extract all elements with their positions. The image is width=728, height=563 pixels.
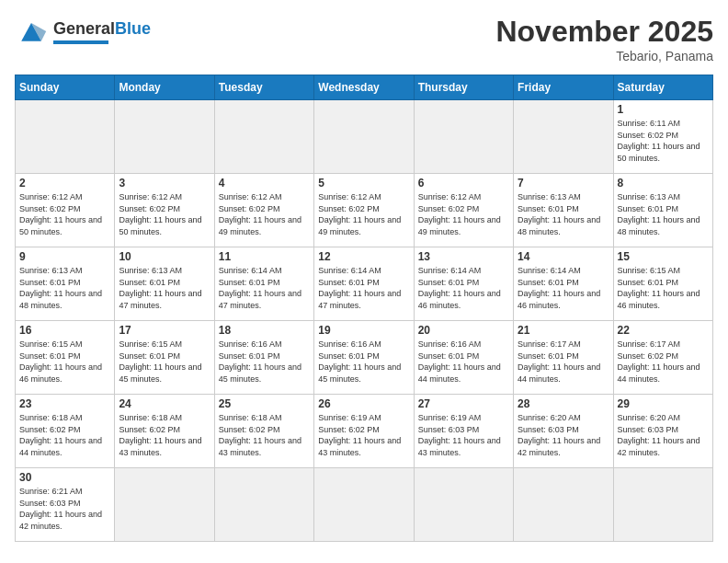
calendar-cell xyxy=(314,468,414,542)
day-number: 8 xyxy=(618,177,709,190)
calendar-cell: 13Sunrise: 6:14 AM Sunset: 6:01 PM Dayli… xyxy=(414,247,513,321)
day-info: Sunrise: 6:15 AM Sunset: 6:01 PM Dayligh… xyxy=(119,339,210,385)
logo: GeneralBlue xyxy=(15,15,151,48)
calendar-cell: 21Sunrise: 6:17 AM Sunset: 6:01 PM Dayli… xyxy=(514,321,613,395)
calendar-row-0: 1Sunrise: 6:11 AM Sunset: 6:02 PM Daylig… xyxy=(16,100,713,174)
calendar-cell xyxy=(115,468,214,542)
day-info: Sunrise: 6:18 AM Sunset: 6:02 PM Dayligh… xyxy=(119,412,210,458)
calendar-cell: 27Sunrise: 6:19 AM Sunset: 6:03 PM Dayli… xyxy=(414,395,513,468)
title-block: November 2025 Tebario, Panama xyxy=(495,15,713,63)
calendar-cell xyxy=(613,468,712,542)
logo-general: General xyxy=(53,19,115,38)
day-info: Sunrise: 6:17 AM Sunset: 6:02 PM Dayligh… xyxy=(618,339,709,385)
calendar-row-4: 23Sunrise: 6:18 AM Sunset: 6:02 PM Dayli… xyxy=(16,395,713,468)
logo-name: GeneralBlue xyxy=(53,19,151,39)
calendar-cell: 7Sunrise: 6:13 AM Sunset: 6:01 PM Daylig… xyxy=(514,174,613,247)
day-number: 12 xyxy=(318,250,409,263)
calendar-cell: 8Sunrise: 6:13 AM Sunset: 6:01 PM Daylig… xyxy=(613,174,712,247)
calendar-cell: 18Sunrise: 6:16 AM Sunset: 6:01 PM Dayli… xyxy=(214,321,313,395)
day-number: 2 xyxy=(19,177,110,190)
calendar-header-thursday: Thursday xyxy=(414,75,513,100)
month-title: November 2025 xyxy=(495,15,713,49)
day-number: 26 xyxy=(318,397,409,410)
calendar-cell xyxy=(214,468,313,542)
calendar-cell: 3Sunrise: 6:12 AM Sunset: 6:02 PM Daylig… xyxy=(115,174,214,247)
calendar-header-tuesday: Tuesday xyxy=(214,75,313,100)
calendar-cell: 5Sunrise: 6:12 AM Sunset: 6:02 PM Daylig… xyxy=(314,174,414,247)
day-info: Sunrise: 6:20 AM Sunset: 6:03 PM Dayligh… xyxy=(518,412,609,458)
calendar-cell xyxy=(514,468,613,542)
day-number: 18 xyxy=(219,324,310,337)
day-number: 29 xyxy=(618,397,709,410)
day-info: Sunrise: 6:12 AM Sunset: 6:02 PM Dayligh… xyxy=(19,191,110,237)
logo-underline xyxy=(53,40,108,44)
calendar-cell: 9Sunrise: 6:13 AM Sunset: 6:01 PM Daylig… xyxy=(16,247,115,321)
day-number: 19 xyxy=(318,324,409,337)
calendar-cell: 16Sunrise: 6:15 AM Sunset: 6:01 PM Dayli… xyxy=(16,321,115,395)
calendar-cell: 20Sunrise: 6:16 AM Sunset: 6:01 PM Dayli… xyxy=(414,321,513,395)
day-number: 13 xyxy=(418,250,509,263)
day-number: 22 xyxy=(618,324,709,337)
day-number: 9 xyxy=(19,250,110,263)
calendar-cell xyxy=(414,100,513,174)
calendar-cell: 23Sunrise: 6:18 AM Sunset: 6:02 PM Dayli… xyxy=(16,395,115,468)
day-info: Sunrise: 6:12 AM Sunset: 6:02 PM Dayligh… xyxy=(318,191,409,237)
calendar-cell: 28Sunrise: 6:20 AM Sunset: 6:03 PM Dayli… xyxy=(514,395,613,468)
day-number: 16 xyxy=(19,324,110,337)
day-number: 21 xyxy=(518,324,609,337)
day-info: Sunrise: 6:15 AM Sunset: 6:01 PM Dayligh… xyxy=(618,265,709,311)
calendar-cell xyxy=(314,100,414,174)
day-info: Sunrise: 6:12 AM Sunset: 6:02 PM Dayligh… xyxy=(418,191,509,237)
calendar-cell xyxy=(514,100,613,174)
day-info: Sunrise: 6:14 AM Sunset: 6:01 PM Dayligh… xyxy=(219,265,310,311)
day-info: Sunrise: 6:15 AM Sunset: 6:01 PM Dayligh… xyxy=(19,339,110,385)
day-number: 7 xyxy=(518,177,609,190)
calendar-cell: 12Sunrise: 6:14 AM Sunset: 6:01 PM Dayli… xyxy=(314,247,414,321)
day-info: Sunrise: 6:18 AM Sunset: 6:02 PM Dayligh… xyxy=(19,412,110,458)
day-info: Sunrise: 6:19 AM Sunset: 6:02 PM Dayligh… xyxy=(318,412,409,458)
day-number: 6 xyxy=(418,177,509,190)
day-info: Sunrise: 6:18 AM Sunset: 6:02 PM Dayligh… xyxy=(219,412,310,458)
day-number: 15 xyxy=(618,250,709,263)
calendar-row-2: 9Sunrise: 6:13 AM Sunset: 6:01 PM Daylig… xyxy=(16,247,713,321)
calendar-cell xyxy=(214,100,313,174)
calendar-cell: 2Sunrise: 6:12 AM Sunset: 6:02 PM Daylig… xyxy=(16,174,115,247)
calendar-cell: 11Sunrise: 6:14 AM Sunset: 6:01 PM Dayli… xyxy=(214,247,313,321)
day-info: Sunrise: 6:20 AM Sunset: 6:03 PM Dayligh… xyxy=(618,412,709,458)
day-info: Sunrise: 6:12 AM Sunset: 6:02 PM Dayligh… xyxy=(119,191,210,237)
day-number: 28 xyxy=(518,397,609,410)
calendar-header-wednesday: Wednesday xyxy=(314,75,414,100)
calendar-header-sunday: Sunday xyxy=(16,75,115,100)
day-info: Sunrise: 6:14 AM Sunset: 6:01 PM Dayligh… xyxy=(318,265,409,311)
calendar-cell: 25Sunrise: 6:18 AM Sunset: 6:02 PM Dayli… xyxy=(214,395,313,468)
day-info: Sunrise: 6:16 AM Sunset: 6:01 PM Dayligh… xyxy=(318,339,409,385)
day-number: 14 xyxy=(518,250,609,263)
calendar-cell: 10Sunrise: 6:13 AM Sunset: 6:01 PM Dayli… xyxy=(115,247,214,321)
calendar-cell: 30Sunrise: 6:21 AM Sunset: 6:03 PM Dayli… xyxy=(16,468,115,542)
day-number: 25 xyxy=(219,397,310,410)
calendar-cell: 19Sunrise: 6:16 AM Sunset: 6:01 PM Dayli… xyxy=(314,321,414,395)
logo-blue: Blue xyxy=(115,19,151,38)
calendar-cell xyxy=(414,468,513,542)
day-info: Sunrise: 6:12 AM Sunset: 6:02 PM Dayligh… xyxy=(219,191,310,237)
day-number: 4 xyxy=(219,177,310,190)
calendar-cell: 1Sunrise: 6:11 AM Sunset: 6:02 PM Daylig… xyxy=(613,100,712,174)
day-number: 10 xyxy=(119,250,210,263)
day-number: 20 xyxy=(418,324,509,337)
calendar-row-1: 2Sunrise: 6:12 AM Sunset: 6:02 PM Daylig… xyxy=(16,174,713,247)
calendar-cell: 24Sunrise: 6:18 AM Sunset: 6:02 PM Dayli… xyxy=(115,395,214,468)
day-number: 30 xyxy=(19,471,110,484)
day-number: 1 xyxy=(618,103,709,116)
day-number: 23 xyxy=(19,397,110,410)
day-info: Sunrise: 6:17 AM Sunset: 6:01 PM Dayligh… xyxy=(518,339,609,385)
calendar-table: SundayMondayTuesdayWednesdayThursdayFrid… xyxy=(15,75,713,542)
calendar-header-row: SundayMondayTuesdayWednesdayThursdayFrid… xyxy=(16,75,713,100)
calendar-cell: 15Sunrise: 6:15 AM Sunset: 6:01 PM Dayli… xyxy=(613,247,712,321)
calendar-header-monday: Monday xyxy=(115,75,214,100)
calendar-cell: 17Sunrise: 6:15 AM Sunset: 6:01 PM Dayli… xyxy=(115,321,214,395)
day-number: 17 xyxy=(119,324,210,337)
day-info: Sunrise: 6:19 AM Sunset: 6:03 PM Dayligh… xyxy=(418,412,509,458)
day-number: 5 xyxy=(318,177,409,190)
day-info: Sunrise: 6:13 AM Sunset: 6:01 PM Dayligh… xyxy=(119,265,210,311)
calendar-cell: 22Sunrise: 6:17 AM Sunset: 6:02 PM Dayli… xyxy=(613,321,712,395)
